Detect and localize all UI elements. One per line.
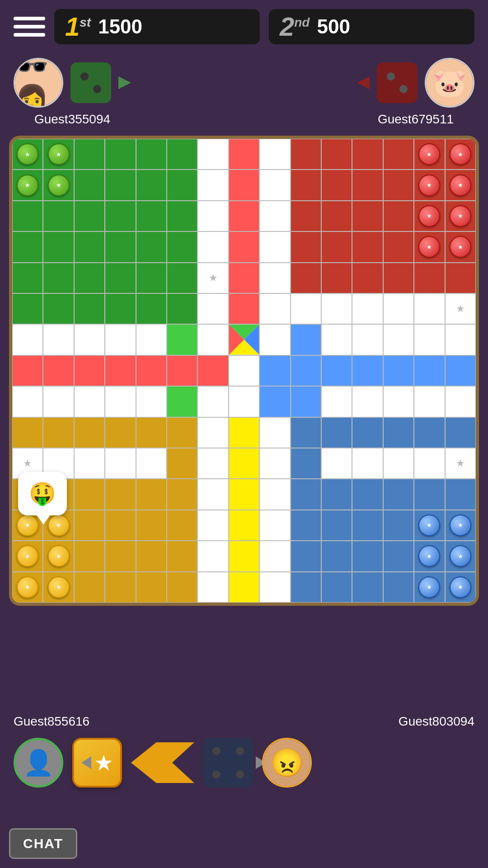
avatar-top-left: 🕶️👩 xyxy=(14,58,63,108)
player-top-right: 🐷 Guest679511 xyxy=(357,58,474,127)
player-name-top-left: Guest355094 xyxy=(34,112,110,127)
arrow-left-button[interactable] xyxy=(131,742,194,783)
player-bottom-right: Guest803094 xyxy=(399,714,474,729)
action-bar: 👤 ★ 😠 xyxy=(0,733,488,792)
chat-button-area[interactable]: CHAT xyxy=(9,828,77,859)
second-score: 500 xyxy=(317,15,350,38)
avatar-bottom-right: 😠 xyxy=(262,738,312,788)
players-top-row: 🕶️👩 Guest355094 🐷 Guest679511 xyxy=(0,53,488,136)
player-name-bottom-left: Guest855616 xyxy=(14,714,89,729)
ludo-grid: ★ ★ ★ ★ ★ ★ ★ ★ xyxy=(12,139,476,603)
chat-button[interactable]: CHAT xyxy=(9,828,77,859)
player-top-left: 🕶️👩 Guest355094 xyxy=(14,58,131,127)
header: 1st 1500 2nd 500 xyxy=(0,0,488,53)
players-bottom-row: Guest855616 Guest803094 xyxy=(0,705,488,733)
dice-top-left[interactable] xyxy=(70,62,111,103)
profile-button[interactable]: 👤 xyxy=(14,738,63,788)
star-dice-button[interactable]: ★ xyxy=(72,738,122,788)
first-place-badge: 1st 1500 xyxy=(54,9,260,44)
dice-arrow-indicator xyxy=(81,756,91,769)
avatar-top-right: 🐷 xyxy=(425,58,474,108)
chat-bubble: 🤑 xyxy=(18,472,67,515)
chat-emoji: 🤑 xyxy=(29,481,56,505)
hamburger-menu[interactable] xyxy=(14,14,45,39)
star-icon: ★ xyxy=(94,750,113,775)
second-rank-label: 2nd xyxy=(280,14,310,40)
player-name-top-right: Guest679511 xyxy=(378,112,454,127)
player-bottom-left: Guest855616 xyxy=(14,714,89,729)
ludo-board: ★ ★ ★ ★ ★ ★ ★ ★ xyxy=(9,136,479,606)
dice-bottom[interactable] xyxy=(203,738,253,788)
dice-arrow-left xyxy=(357,76,370,89)
first-rank-label: 1st xyxy=(65,14,91,40)
dice-arrow-right xyxy=(118,76,131,89)
center-cell xyxy=(229,324,259,355)
second-place-badge: 2nd 500 xyxy=(269,9,474,44)
first-score: 1500 xyxy=(98,15,142,38)
player-name-bottom-right: Guest803094 xyxy=(399,714,474,729)
dice-top-right[interactable] xyxy=(377,62,418,103)
